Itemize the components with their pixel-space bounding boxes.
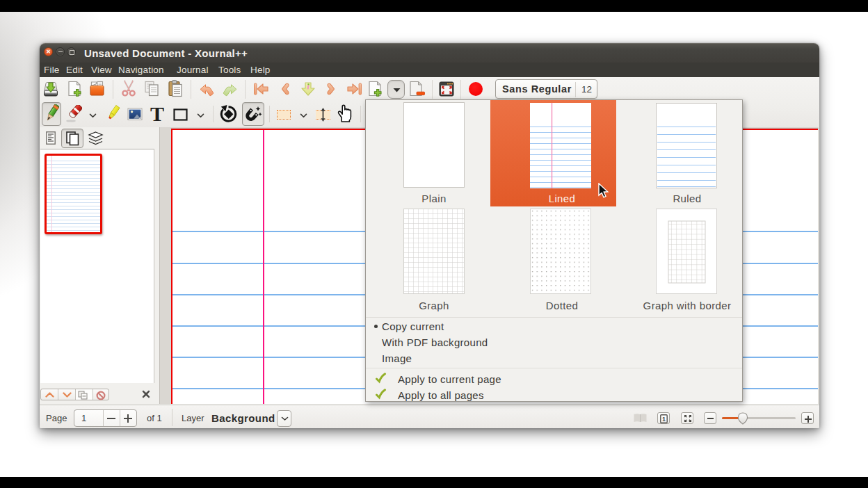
svg-text:1: 1 [662, 415, 666, 422]
